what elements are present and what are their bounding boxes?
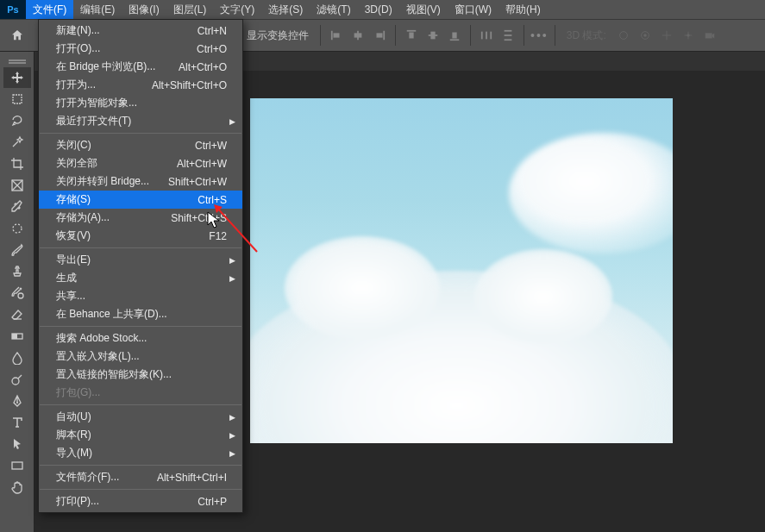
menu-item-label: 共享... xyxy=(56,289,85,304)
menu-item-shortcut: Ctrl+P xyxy=(198,496,227,508)
home-button[interactable] xyxy=(5,24,29,47)
menu-item[interactable]: 导出(E)▶ xyxy=(39,251,242,269)
rectangle-tool[interactable] xyxy=(3,455,31,476)
move-tool[interactable] xyxy=(3,67,31,88)
menu-item[interactable]: 置入链接的智能对象(K)... xyxy=(39,366,242,384)
menu-item[interactable]: 在 Bridge 中浏览(B)...Alt+Ctrl+O xyxy=(39,58,242,76)
3d-orbit-icon[interactable] xyxy=(614,26,633,45)
3d-mode-label: 3D 模式: xyxy=(561,28,611,43)
menu-item[interactable]: 脚本(R)▶ xyxy=(39,426,242,444)
transform-label: 显示变换控件 xyxy=(241,28,314,43)
menu-item[interactable]: 存储为(A)...Shift+Ctrl+S xyxy=(39,209,242,227)
menu-item[interactable]: 文件简介(F)...Alt+Shift+Ctrl+I xyxy=(39,468,242,486)
menu-item-label: 关闭全部 xyxy=(56,156,97,171)
menu-滤镜[interactable]: 滤镜(T) xyxy=(310,0,357,19)
menu-item[interactable]: 关闭(C)Ctrl+W xyxy=(39,136,242,154)
menu-3d[interactable]: 3D(D) xyxy=(358,0,399,19)
menu-item[interactable]: 关闭并转到 Bridge...Shift+Ctrl+W xyxy=(39,172,242,191)
lasso-tool[interactable] xyxy=(3,110,31,131)
menu-item[interactable]: 在 Behance 上共享(D)... xyxy=(39,305,242,323)
menu-文件[interactable]: 文件(F) xyxy=(26,0,73,19)
gradient-tool[interactable] xyxy=(3,326,31,347)
3d-camera-icon[interactable] xyxy=(700,26,719,45)
hand-tool[interactable] xyxy=(3,477,31,498)
svg-point-25 xyxy=(13,224,22,233)
3d-move-icon[interactable] xyxy=(657,26,676,45)
menu-item[interactable]: 存储(S)Ctrl+S xyxy=(39,191,242,209)
blur-tool[interactable] xyxy=(3,347,31,368)
menu-item-label: 导出(E) xyxy=(56,253,91,267)
align-right-icon[interactable] xyxy=(370,26,389,45)
more-options-icon[interactable]: ••• xyxy=(530,28,549,42)
history-brush-tool[interactable] xyxy=(3,283,31,304)
type-tool[interactable] xyxy=(3,412,31,433)
menu-窗口[interactable]: 窗口(W) xyxy=(448,0,499,19)
align-center-v-icon[interactable] xyxy=(423,26,442,45)
menu-item[interactable]: 恢复(V)F12 xyxy=(39,227,242,245)
distribute-h-icon[interactable] xyxy=(477,26,496,45)
menu-编辑[interactable]: 编辑(E) xyxy=(73,0,122,19)
svg-point-30 xyxy=(16,402,18,404)
pen-tool[interactable] xyxy=(3,391,31,411)
menu-图层[interactable]: 图层(L) xyxy=(166,0,214,19)
menu-item-label: 打开为智能对象... xyxy=(56,96,137,110)
path-select-tool[interactable] xyxy=(3,434,31,454)
menu-item-label: 存储(S) xyxy=(56,192,91,207)
menu-bar: Ps 文件(F)编辑(E)图像(I)图层(L)文字(Y)选择(S)滤镜(T)3D… xyxy=(0,0,765,19)
svg-point-18 xyxy=(619,32,627,40)
align-left-icon[interactable] xyxy=(327,26,346,45)
menu-item-shortcut: Ctrl+W xyxy=(195,140,227,152)
align-center-h-icon[interactable] xyxy=(348,26,367,45)
svg-rect-3 xyxy=(354,33,362,37)
svg-rect-6 xyxy=(407,30,417,32)
menu-item[interactable]: 打开(O)...Ctrl+O xyxy=(39,40,242,58)
menu-帮助[interactable]: 帮助(H) xyxy=(499,0,548,19)
menu-item-shortcut: Ctrl+S xyxy=(198,194,227,206)
magic-wand-tool[interactable] xyxy=(3,132,31,153)
menu-item-label: 在 Behance 上共享(D)... xyxy=(56,307,167,322)
document-canvas[interactable] xyxy=(250,98,673,443)
artboard-tool[interactable] xyxy=(3,89,31,110)
menu-item-label: 恢复(V) xyxy=(56,228,91,243)
align-bottom-icon[interactable] xyxy=(445,26,464,45)
crop-tool[interactable] xyxy=(3,153,31,174)
svg-point-21 xyxy=(687,34,690,37)
spot-heal-tool[interactable] xyxy=(3,218,31,239)
menu-item-label: 置入链接的智能对象(K)... xyxy=(56,367,172,382)
menu-item[interactable]: 新建(N)...Ctrl+N xyxy=(39,22,242,40)
submenu-arrow-icon: ▶ xyxy=(229,117,235,126)
menu-item[interactable]: 自动(U)▶ xyxy=(39,408,242,426)
menu-视图[interactable]: 视图(V) xyxy=(399,0,448,19)
align-top-icon[interactable] xyxy=(402,26,421,45)
menu-选择[interactable]: 选择(S) xyxy=(261,0,310,19)
menu-item[interactable]: 打开为...Alt+Shift+Ctrl+O xyxy=(39,76,242,94)
menu-item[interactable]: 搜索 Adobe Stock... xyxy=(39,329,242,347)
menu-item-shortcut: Shift+Ctrl+W xyxy=(168,176,227,188)
3d-slide-icon[interactable] xyxy=(679,26,698,45)
menu-item-label: 自动(U) xyxy=(56,410,91,424)
menu-图像[interactable]: 图像(I) xyxy=(122,0,166,19)
clone-stamp-tool[interactable] xyxy=(3,261,31,282)
menu-文字[interactable]: 文字(Y) xyxy=(213,0,261,19)
menu-item-shortcut: Alt+Shift+Ctrl+O xyxy=(152,79,227,91)
menu-item[interactable]: 生成▶ xyxy=(39,269,242,287)
menu-item[interactable]: 置入嵌入对象(L)... xyxy=(39,347,242,366)
menu-item-shortcut: Alt+Shift+Ctrl+I xyxy=(157,472,227,484)
menu-item[interactable]: 打印(P)...Ctrl+P xyxy=(39,492,242,510)
menu-item-label: 脚本(R) xyxy=(56,428,91,442)
menu-item[interactable]: 最近打开文件(T)▶ xyxy=(39,112,242,130)
frame-tool[interactable] xyxy=(3,175,31,196)
menu-item[interactable]: 打开为智能对象... xyxy=(39,94,242,112)
eraser-tool[interactable] xyxy=(3,304,31,325)
svg-point-26 xyxy=(18,293,23,298)
3d-pan-icon[interactable] xyxy=(636,26,655,45)
panel-handle[interactable] xyxy=(2,57,33,64)
menu-item[interactable]: 导入(M)▶ xyxy=(39,444,242,462)
brush-tool[interactable] xyxy=(3,240,31,260)
eyedropper-tool[interactable] xyxy=(3,197,31,217)
menu-item[interactable]: 共享... xyxy=(39,287,242,305)
svg-rect-12 xyxy=(481,32,483,40)
distribute-v-icon[interactable] xyxy=(499,26,517,45)
dodge-tool[interactable] xyxy=(3,369,31,390)
menu-item[interactable]: 关闭全部Alt+Ctrl+W xyxy=(39,154,242,172)
